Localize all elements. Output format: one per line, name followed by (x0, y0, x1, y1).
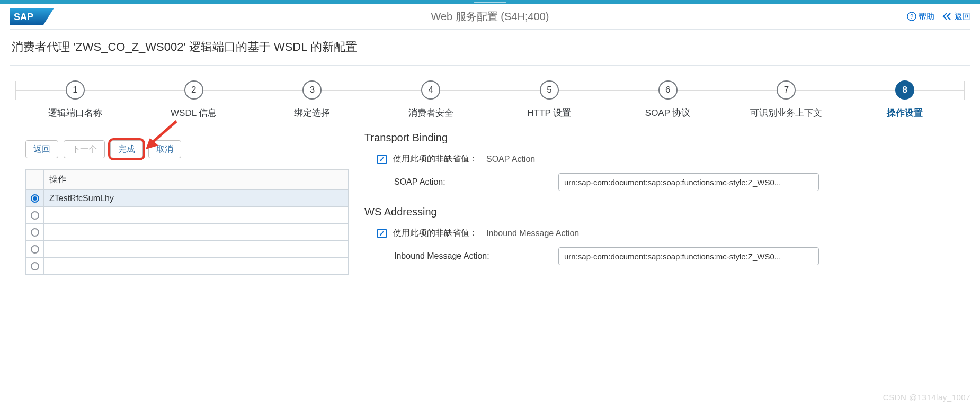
page-title: 消费者代理 'ZWS_CO_Z_WS002' 逻辑端口的基于 WSDL 的新配置 (10, 30, 970, 66)
row-radio[interactable] (31, 228, 39, 237)
override-checkbox-transport[interactable] (377, 155, 387, 164)
table-row[interactable]: ZTestRfcSumLhy (26, 190, 348, 207)
wizard-step-7[interactable]: 7可识别业务上下文 (727, 80, 846, 119)
wizard-step-3[interactable]: 3绑定选择 (253, 80, 372, 119)
wizard-step-number: 8 (895, 80, 914, 100)
wizard-button-row: 返回 下一个 完成 取消 (25, 124, 349, 169)
shell-header: SAP Web 服务配置 (S4H;400) ? 帮助 返回 (10, 4, 970, 30)
wizard-step-label: 操作设置 (887, 107, 923, 119)
watermark: CSDN @1314lay_1007 (883, 393, 970, 402)
operations-table: 操作 ZTestRfcSumLhy (25, 169, 349, 275)
wizard-step-2[interactable]: 2WSDL 信息 (135, 80, 253, 119)
wizard-step-8[interactable]: 8操作设置 (845, 80, 964, 119)
wizard-step-4[interactable]: 4消费者安全 (371, 80, 490, 119)
wizard-step-label: HTTP 设置 (527, 107, 571, 119)
inbound-action-input[interactable]: urn:sap-com:document:sap:soap:functions:… (558, 247, 819, 265)
back-button[interactable]: 返回 (25, 140, 58, 158)
wizard-step-6[interactable]: 6SOAP 协议 (609, 80, 727, 119)
table-header-operation: 操作 (44, 170, 348, 189)
window-title: Web 服务配置 (S4H;400) (10, 10, 970, 24)
override-checkbox-wsa[interactable] (377, 229, 387, 238)
row-radio[interactable] (31, 211, 39, 220)
wizard-step-5[interactable]: 5HTTP 设置 (490, 80, 609, 119)
table-row[interactable] (26, 258, 348, 275)
wizard-step-number: 3 (302, 80, 322, 100)
wizard-step-number: 1 (66, 80, 85, 100)
row-radio-cell (26, 207, 44, 223)
soap-action-label: SOAP Action: (394, 177, 553, 187)
override-label-transport: 使用此项的非缺省值： (393, 153, 478, 165)
wizard-step-label: 逻辑端口名称 (48, 107, 102, 119)
wizard-step-number: 2 (184, 80, 203, 100)
cancel-button[interactable]: 取消 (148, 140, 181, 158)
row-radio[interactable] (31, 194, 39, 203)
wizard-progress: 1逻辑端口名称2WSDL 信息3绑定选择4消费者安全5HTTP 设置6SOAP … (10, 66, 970, 124)
row-radio[interactable] (31, 245, 39, 254)
wizard-step-label: 绑定选择 (294, 107, 330, 119)
section-title-wsa: WS Addressing (364, 206, 955, 218)
wizard-step-number: 7 (777, 80, 796, 100)
row-operation-text: ZTestRfcSumLhy (44, 194, 348, 203)
row-radio-cell (26, 258, 44, 274)
row-radio-cell (26, 224, 44, 240)
wizard-step-label: WSDL 信息 (171, 107, 217, 119)
override-label-wsa: 使用此项的非缺省值： (393, 228, 478, 239)
wizard-step-label: 可识别业务上下文 (750, 107, 822, 119)
table-header-select (26, 170, 44, 189)
finish-button[interactable]: 完成 (110, 140, 143, 158)
table-row[interactable] (26, 241, 348, 258)
row-radio[interactable] (31, 262, 39, 270)
table-row[interactable] (26, 207, 348, 224)
table-row[interactable] (26, 224, 348, 241)
next-button: 下一个 (64, 140, 105, 158)
override-sub-transport: SOAP Action (486, 155, 535, 164)
soap-action-input[interactable]: urn:sap-com:document:sap:soap:functions:… (558, 173, 819, 191)
row-radio-cell (26, 241, 44, 257)
wizard-step-number: 5 (540, 80, 559, 100)
wizard-step-number: 6 (658, 80, 678, 100)
wizard-step-label: SOAP 协议 (645, 107, 691, 119)
override-sub-wsa: Inbound Message Action (486, 229, 579, 238)
row-radio-cell (26, 190, 44, 206)
section-title-transport: Transport Binding (364, 132, 955, 144)
wizard-step-number: 4 (421, 80, 440, 100)
wizard-step-1[interactable]: 1逻辑端口名称 (16, 80, 135, 119)
inbound-action-label: Inbound Message Action: (394, 251, 553, 261)
wizard-step-label: 消费者安全 (408, 107, 453, 119)
window-drag-bar[interactable] (0, 0, 980, 4)
